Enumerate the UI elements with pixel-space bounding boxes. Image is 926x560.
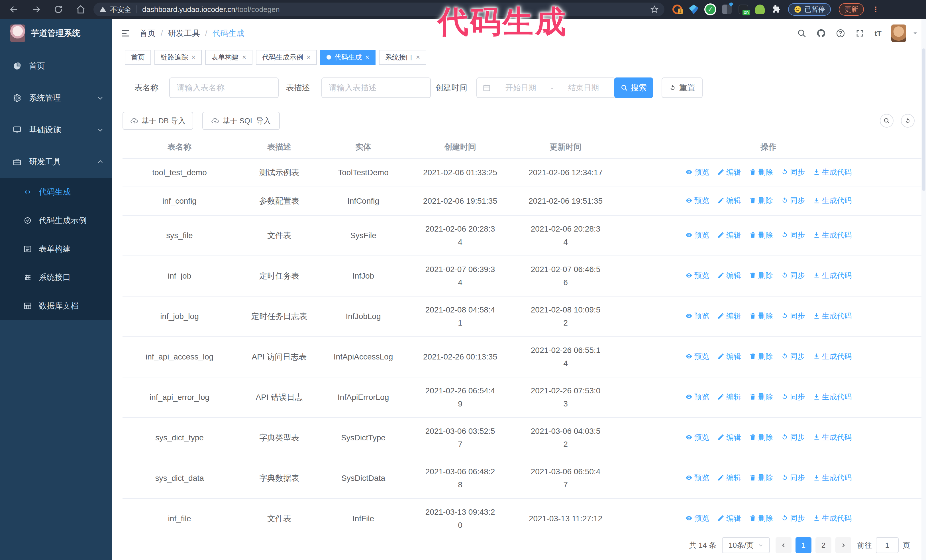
tab-system-api[interactable]: 系统接口× (379, 50, 426, 65)
delete-link[interactable]: 删除 (749, 269, 773, 282)
back-icon[interactable] (9, 5, 19, 14)
generate-code-link[interactable]: 生成代码 (813, 471, 852, 484)
font-size-icon[interactable]: tT (875, 29, 882, 38)
generate-code-link[interactable]: 生成代码 (813, 228, 852, 242)
sync-link[interactable]: 同步 (781, 228, 805, 242)
extension-icon-3[interactable]: ✓ (705, 5, 715, 14)
tab-form-builder[interactable]: 表单构建× (205, 50, 253, 65)
sidebar-item-devtools[interactable]: 研发工具 (0, 146, 112, 178)
sync-link[interactable]: 同步 (781, 309, 805, 323)
generate-code-link[interactable]: 生成代码 (813, 512, 852, 525)
delete-link[interactable]: 删除 (749, 228, 773, 242)
profile-paused-badge[interactable]: 已暂停 (788, 3, 831, 16)
edit-link[interactable]: 编辑 (717, 166, 741, 179)
refresh-table-button[interactable] (901, 114, 915, 128)
tab-home[interactable]: 首页 (125, 50, 151, 65)
extension-icon-5[interactable]: on (738, 5, 748, 14)
generate-code-link[interactable]: 生成代码 (813, 431, 852, 444)
delete-link[interactable]: 删除 (749, 431, 773, 444)
import-db-button[interactable]: 基于 DB 导入 (123, 112, 193, 130)
edit-link[interactable]: 编辑 (717, 512, 741, 525)
close-icon[interactable]: × (365, 54, 369, 61)
breadcrumb-devtools[interactable]: 研发工具 (168, 28, 200, 39)
sidebar-item-db-docs[interactable]: 数据库文档 (0, 292, 112, 320)
preview-link[interactable]: 预览 (685, 471, 709, 484)
page-button-1[interactable]: 1 (796, 537, 811, 553)
delete-link[interactable]: 删除 (749, 309, 773, 323)
sidebar-item-system[interactable]: 系统管理 (0, 82, 112, 114)
tab-trace[interactable]: 链路追踪× (154, 50, 202, 65)
sidebar-item-infra[interactable]: 基础设施 (0, 114, 112, 146)
delete-link[interactable]: 删除 (749, 166, 773, 179)
close-icon[interactable]: × (307, 54, 310, 61)
delete-link[interactable]: 删除 (749, 390, 773, 403)
bookmark-star-icon[interactable] (650, 5, 659, 14)
avatar-caret-icon[interactable] (912, 30, 918, 36)
security-label[interactable]: 不安全 (110, 5, 132, 14)
sync-link[interactable]: 同步 (781, 269, 805, 282)
edit-link[interactable]: 编辑 (717, 269, 741, 282)
page-button-2[interactable]: 2 (816, 537, 831, 553)
browser-update-button[interactable]: 更新 (839, 3, 864, 16)
tab-codegen-example[interactable]: 代码生成示例× (256, 50, 317, 65)
address-bar[interactable]: 不安全 dashboard.yudao.iocoder.cn/tool/code… (94, 3, 664, 16)
sync-link[interactable]: 同步 (781, 471, 805, 484)
scrollbar-thumb[interactable] (922, 48, 925, 191)
next-page-button[interactable] (835, 537, 851, 553)
extension-icon-6[interactable] (755, 5, 765, 14)
goto-page-input[interactable] (876, 537, 899, 553)
home-icon[interactable] (76, 5, 85, 14)
edit-link[interactable]: 编辑 (717, 390, 741, 403)
generate-code-link[interactable]: 生成代码 (813, 350, 852, 363)
reset-button[interactable]: 重置 (661, 77, 703, 98)
table-desc-input[interactable] (321, 77, 431, 98)
start-date-placeholder[interactable]: 开始日期 (495, 83, 546, 93)
sync-link[interactable]: 同步 (781, 350, 805, 363)
edit-link[interactable]: 编辑 (717, 228, 741, 242)
generate-code-link[interactable]: 生成代码 (813, 166, 852, 179)
sidebar-item-home[interactable]: 首页 (0, 50, 112, 82)
edit-link[interactable]: 编辑 (717, 471, 741, 484)
user-avatar[interactable] (891, 24, 906, 42)
sidebar-item-form-builder[interactable]: 表单构建 (0, 235, 112, 263)
sync-link[interactable]: 同步 (781, 512, 805, 525)
edit-link[interactable]: 编辑 (717, 194, 741, 207)
generate-code-link[interactable]: 生成代码 (813, 309, 852, 323)
fullscreen-icon[interactable] (855, 29, 865, 38)
extensions-puzzle-icon[interactable] (772, 5, 781, 14)
github-icon[interactable] (816, 29, 826, 38)
search-button[interactable]: 搜索 (614, 77, 653, 98)
browser-menu-icon[interactable]: ⋮ (872, 5, 879, 14)
preview-link[interactable]: 预览 (685, 194, 709, 207)
sidebar-item-system-api[interactable]: 系统接口 (0, 263, 112, 292)
generate-code-link[interactable]: 生成代码 (813, 269, 852, 282)
close-icon[interactable]: × (191, 54, 195, 61)
help-icon[interactable] (836, 29, 845, 38)
preview-link[interactable]: 预览 (685, 350, 709, 363)
close-icon[interactable]: × (416, 54, 420, 61)
reload-icon[interactable] (54, 5, 63, 14)
preview-link[interactable]: 预览 (685, 269, 709, 282)
sidebar-item-codegen[interactable]: 代码生成 (0, 178, 112, 206)
extension-icon-4[interactable] (722, 5, 732, 14)
preview-link[interactable]: 预览 (685, 228, 709, 242)
delete-link[interactable]: 删除 (749, 350, 773, 363)
extension-icon-2[interactable] (689, 5, 699, 14)
edit-link[interactable]: 编辑 (717, 309, 741, 323)
delete-link[interactable]: 删除 (749, 512, 773, 525)
preview-link[interactable]: 预览 (685, 431, 709, 444)
edit-link[interactable]: 编辑 (717, 350, 741, 363)
sync-link[interactable]: 同步 (781, 390, 805, 403)
delete-link[interactable]: 删除 (749, 194, 773, 207)
date-range-picker[interactable]: 开始日期 - 结束日期 (477, 77, 616, 98)
sync-link[interactable]: 同步 (781, 431, 805, 444)
generate-code-link[interactable]: 生成代码 (813, 390, 852, 403)
preview-link[interactable]: 预览 (685, 390, 709, 403)
import-sql-button[interactable]: 基于 SQL 导入 (202, 112, 280, 130)
search-icon[interactable] (797, 29, 806, 38)
preview-link[interactable]: 预览 (685, 166, 709, 179)
page-scrollbar[interactable] (921, 19, 926, 560)
forward-icon[interactable] (31, 5, 41, 14)
sidebar-item-codegen-example[interactable]: 代码生成示例 (0, 206, 112, 235)
prev-page-button[interactable] (776, 537, 791, 553)
